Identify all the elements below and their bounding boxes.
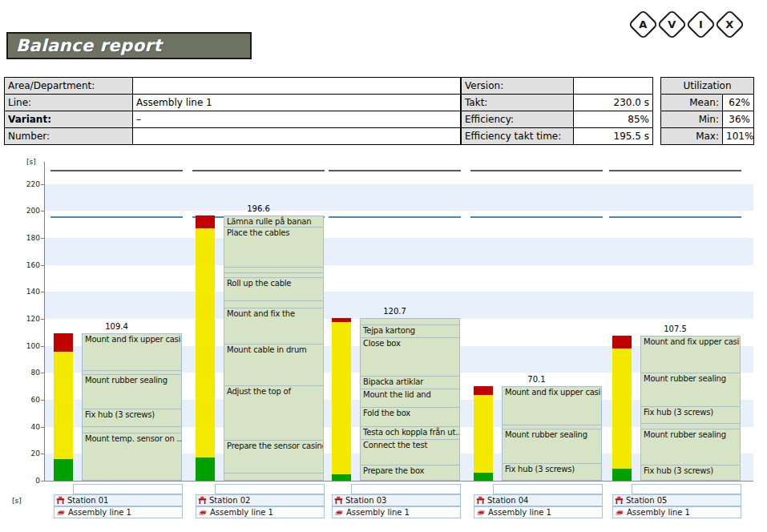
task-segment: Mount and fix upper casing <box>503 387 601 425</box>
station-group: 109.4Mount and fix upper casingMount rub… <box>50 157 183 526</box>
bar-segment-yellow <box>54 352 73 459</box>
task-segment: Fix hub (3 screws) <box>503 464 601 482</box>
station-line-row: Assembly line 1 <box>54 506 183 518</box>
y-tick-mark <box>41 184 44 185</box>
station-icon <box>476 496 485 505</box>
bar-segment-yellow <box>332 322 351 474</box>
y-tick-label: 160 <box>19 261 40 269</box>
station-footer-strip <box>351 484 461 494</box>
logo-diamond-x: X <box>714 9 745 39</box>
task-segment <box>361 319 459 325</box>
task-list: Mount and fix upper casingMount rubber s… <box>640 336 741 481</box>
station-line-name: Assembly line 1 <box>488 508 551 517</box>
assembly-line-icon <box>615 508 624 517</box>
task-segment: Connect the test <box>361 440 459 466</box>
task-label: Lämna rulle på banan <box>224 216 323 227</box>
logo-diamond-a: A <box>628 9 658 39</box>
task-segment: Tejpa kartong <box>361 325 459 338</box>
task-segment <box>83 427 181 433</box>
y-tick-mark <box>41 211 44 212</box>
y-tick-mark <box>41 346 44 347</box>
bar-segment-red <box>54 333 73 353</box>
station-name: Station 05 <box>626 496 667 505</box>
station-group: 70.1Mount and fix upper casingMount rubb… <box>470 157 603 526</box>
task-segment: Prepare the box <box>361 466 459 482</box>
bar-segment-green <box>332 474 351 481</box>
station-line-row: Assembly line 1 <box>612 506 741 518</box>
task-label: Fix hub (3 screws) <box>641 407 740 417</box>
field-value <box>574 78 653 95</box>
station-name-row: Station 01 <box>54 494 183 506</box>
assembly-line-icon <box>476 508 486 517</box>
utilization-title: Utilization <box>661 78 754 95</box>
task-label: Adjust the top of <box>224 386 323 397</box>
logo-letter: A <box>639 18 647 30</box>
task-label: Mount and fix upper casing <box>83 334 181 345</box>
logo-letter: V <box>668 18 676 30</box>
task-segment: Mount and fix the <box>224 308 323 345</box>
task-segment <box>224 273 323 279</box>
task-segment: Mount cable in drum <box>224 345 323 386</box>
field-label: Takt: <box>462 95 574 111</box>
task-label: Fix hub (3 screws) <box>503 464 601 474</box>
station-footer-strip <box>493 484 603 494</box>
header-table-left: Area/Department: Line:Assembly line 1 Va… <box>4 77 461 145</box>
station-line-name: Assembly line 1 <box>68 508 131 517</box>
task-label: Close box <box>361 338 459 349</box>
task-segment <box>224 301 323 308</box>
logo-diamond-i: I <box>685 9 716 39</box>
bar-segment-green <box>612 469 632 481</box>
bar-segment-red <box>196 216 215 228</box>
task-segment: Lämna rulle på banan <box>224 216 323 227</box>
task-segment: Mount and fix upper casing <box>641 337 740 373</box>
task-segment: Fix hub (3 screws) <box>83 409 181 427</box>
utilization-table: Utilization Mean:62% Min:36% Max:101% <box>660 77 754 145</box>
field-value: Assembly line 1 <box>133 95 461 111</box>
task-label: Prepare the box <box>361 466 459 476</box>
task-segment <box>641 424 740 429</box>
bar-segment-red <box>612 336 632 349</box>
y-axis-unit-label: [s] <box>26 158 36 166</box>
task-label: Connect the test <box>361 440 459 450</box>
assembly-line-icon <box>56 508 66 517</box>
field-value: 101% <box>723 128 754 145</box>
y-tick-label: 100 <box>19 342 40 350</box>
task-segment: Mount the lid and <box>361 389 459 408</box>
y-tick-mark <box>41 453 44 454</box>
page-title: Balance report <box>6 32 252 59</box>
logo-letter: I <box>699 18 703 30</box>
field-label: Number: <box>5 128 133 145</box>
station-name: Station 02 <box>209 496 250 505</box>
bar-segment-green <box>474 473 493 481</box>
station-group: 120.7Tejpa kartongClose boxBipacka artik… <box>329 157 461 526</box>
task-label: Mount and fix the <box>224 308 323 319</box>
task-label: Fix hub (3 screws) <box>83 409 181 420</box>
header-table-mid: Version: Takt:230.0 s Efficiency:85% Eff… <box>461 77 653 145</box>
y-tick-label: 140 <box>19 288 40 296</box>
y-tick-label: 180 <box>19 234 40 242</box>
task-list: Tejpa kartongClose boxBipacka artiklarMo… <box>360 318 460 481</box>
task-segment: Prepare the sensor casing <box>224 441 323 473</box>
station-icon <box>198 496 207 505</box>
task-list: Mount and fix upper casingMount rubber s… <box>82 333 182 481</box>
field-label: Area/Department: <box>5 78 133 95</box>
task-segment: Fold the box <box>361 408 459 426</box>
station-name-row: Station 03 <box>332 494 461 506</box>
station-line-row: Assembly line 1 <box>474 506 603 518</box>
y-tick-label: 20 <box>19 449 40 457</box>
station-icon <box>615 496 624 505</box>
x-axis-baseline <box>44 481 753 482</box>
logo-diamond-v: V <box>656 9 687 39</box>
y-tick-mark <box>41 265 44 266</box>
station-group: 107.5Mount and fix upper casingMount rub… <box>609 157 741 526</box>
task-segment: Fix hub (3 screws) <box>641 466 740 482</box>
station-icon <box>334 496 343 505</box>
y-tick-mark <box>41 427 44 428</box>
assembly-line-icon <box>198 508 208 517</box>
task-segment <box>224 268 323 273</box>
balance-chart: 020406080100120140160180200220[s][s]109.… <box>44 157 753 481</box>
utilization-bar <box>196 157 215 481</box>
y-tick-label: 80 <box>19 369 40 377</box>
avix-logo: A V I X <box>632 14 741 35</box>
task-label: Prepare the sensor casing <box>224 441 323 451</box>
